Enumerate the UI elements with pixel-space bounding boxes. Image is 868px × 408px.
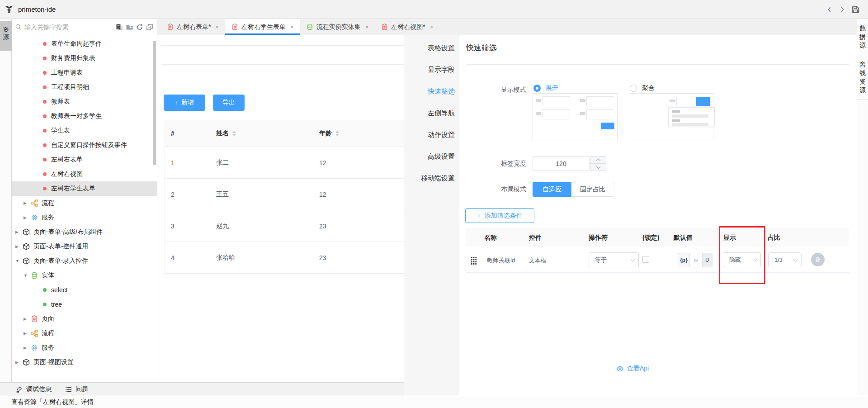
close-icon[interactable]: ×	[365, 24, 369, 30]
menu-advanced-settings[interactable]: 高级设置	[404, 146, 459, 167]
export-button[interactable]: 导出	[213, 95, 245, 111]
chevron-right-icon[interactable]: ▶	[24, 201, 30, 205]
close-icon[interactable]: ×	[215, 24, 219, 30]
document-icon	[381, 24, 388, 30]
chevron-down-icon[interactable]: ▼	[15, 259, 22, 263]
tab-left-tree-view[interactable]: 左树右视图* ×	[375, 19, 439, 35]
delete-filter-button[interactable]	[811, 253, 825, 266]
nav-forward-icon[interactable]	[839, 6, 846, 13]
tree-item[interactable]: ▶流程	[12, 196, 157, 210]
col-name[interactable]: 姓名	[210, 120, 313, 147]
resource-explorer: 表单生命周起事件 财务费用归集表 工程申请表 工程项目明细 教师表 教师表一对多…	[12, 19, 157, 382]
tree-item[interactable]: ▼实体	[12, 268, 157, 283]
new-folder-icon[interactable]	[126, 24, 133, 31]
add-row-button[interactable]: + 新增	[164, 95, 205, 111]
save-icon[interactable]	[851, 5, 860, 14]
label-width-stepper	[590, 156, 606, 171]
sort-icon[interactable]	[232, 131, 236, 136]
search-input[interactable]	[24, 24, 116, 31]
table-row[interactable]: 4 张哈哈 23	[165, 242, 404, 274]
tree-item[interactable]: 工程项目明细	[12, 80, 157, 95]
tree-item[interactable]: 左树右表单	[12, 152, 157, 167]
tree-item[interactable]: 教师表	[12, 95, 157, 109]
label-width-input[interactable]	[533, 156, 590, 171]
default-suffix-button[interactable]: D	[702, 253, 712, 267]
add-filter-button[interactable]: + 添加筛选条件	[465, 208, 534, 223]
default-value-text[interactable]: te	[690, 253, 702, 267]
debug-info-button[interactable]: 调试信息	[15, 385, 52, 394]
locate-file-icon[interactable]	[116, 24, 123, 31]
operator-select[interactable]: 等于	[589, 252, 639, 267]
locked-checkbox[interactable]	[642, 256, 649, 263]
problems-button[interactable]: 问题	[65, 385, 88, 394]
tree-item[interactable]: tree	[12, 297, 157, 312]
tree-item[interactable]: 工程申请表	[12, 66, 157, 80]
close-icon[interactable]: ×	[430, 24, 434, 30]
tab-left-tree-form[interactable]: 左树右表单* ×	[160, 19, 225, 35]
view-api-link[interactable]: 查看Api	[616, 365, 649, 373]
drag-handle-icon[interactable]	[471, 256, 477, 265]
tree-item[interactable]: 财务费用归集表	[12, 51, 157, 66]
red-dot-icon	[43, 85, 47, 89]
tree-item[interactable]: ▼页面-表单-录入控件	[12, 254, 157, 268]
tree-item[interactable]: 教师表一对多学生	[12, 109, 157, 123]
radio-expand[interactable]: 展开	[533, 84, 558, 92]
tree-item[interactable]: ▶页面	[12, 312, 157, 326]
radio-off-icon[interactable]	[630, 85, 637, 92]
display-select[interactable]: 隐藏	[723, 252, 761, 267]
tree-item[interactable]: ▶页面-表单-高级/布局组件	[12, 225, 157, 239]
menu-action-settings[interactable]: 动作设置	[404, 124, 459, 146]
table-row[interactable]: 1 张二 12	[165, 147, 404, 179]
layout-adaptive-option[interactable]: 自适应	[533, 182, 571, 197]
collapse-all-icon[interactable]	[146, 24, 153, 31]
rail-tab-offline-resources[interactable]: 离线资源	[857, 55, 868, 100]
app-title: primeton-ide	[18, 5, 56, 13]
rail-tab-datasource[interactable]: 数据源	[857, 19, 868, 55]
tree-scrollbar[interactable]	[153, 41, 156, 165]
chevron-right-icon[interactable]: ▶	[15, 230, 22, 234]
radio-on-icon[interactable]	[533, 85, 541, 92]
tree-item[interactable]: ▶页面-视图设置	[12, 355, 157, 370]
menu-table-settings[interactable]: 表格设置	[404, 37, 459, 59]
left-activity-rail: 资源	[0, 19, 12, 382]
close-icon[interactable]: ×	[290, 24, 294, 30]
tree-item[interactable]: ▶流程	[12, 326, 157, 341]
table-row[interactable]: 2 王五 12	[165, 179, 404, 210]
menu-quick-filter[interactable]: 快速筛选	[404, 81, 459, 102]
tab-left-tree-student-form[interactable]: 左树右学生表单 ×	[225, 19, 300, 35]
nav-back-icon[interactable]	[826, 6, 833, 13]
ratio-select[interactable]: 1/3	[768, 252, 802, 267]
tree-item[interactable]: ▶服务	[12, 341, 157, 355]
chevron-down-icon[interactable]: ▼	[24, 273, 30, 278]
chevron-right-icon[interactable]: ▶	[24, 317, 30, 321]
tree-item-selected[interactable]: 左树右学生表单	[12, 181, 157, 196]
table-row[interactable]: 3 赵九 23	[165, 210, 404, 242]
chevron-right-icon[interactable]: ▶	[15, 360, 22, 365]
tree-item[interactable]: ▶页面-表单-控件通用	[12, 239, 157, 254]
menu-left-nav[interactable]: 左侧导航	[404, 102, 459, 124]
radio-aggregate[interactable]: 聚合	[630, 84, 655, 92]
chevron-right-icon[interactable]: ▶	[15, 244, 22, 249]
tree-item[interactable]: 表单生命周起事件	[12, 37, 157, 51]
step-up-icon[interactable]	[590, 157, 606, 163]
refresh-icon[interactable]	[136, 24, 143, 31]
sort-icon[interactable]	[335, 131, 339, 136]
tree-item[interactable]: select	[12, 283, 157, 297]
chevron-right-icon[interactable]: ▶	[24, 215, 30, 220]
green-dot-icon	[43, 303, 47, 306]
default-value-input[interactable]: {p} te D	[678, 253, 712, 267]
tab-process-entity-set[interactable]: 流程实例实体集 ×	[300, 19, 375, 35]
step-down-icon[interactable]	[590, 163, 606, 171]
tree-item[interactable]: ▶服务	[12, 210, 157, 225]
tree-item[interactable]: 自定义窗口操作按钮及事件	[12, 138, 157, 152]
tree-item[interactable]: 学生表	[12, 123, 157, 138]
param-prefix-button[interactable]: {p}	[678, 253, 690, 267]
menu-mobile-settings[interactable]: 移动端设置	[404, 167, 459, 189]
tree-item[interactable]: 左树右视图	[12, 167, 157, 181]
rail-tab-resources[interactable]: 资源	[0, 21, 12, 51]
chevron-right-icon[interactable]: ▶	[24, 331, 30, 336]
layout-fixed-option[interactable]: 固定占比	[571, 182, 614, 197]
col-age[interactable]: 年龄	[313, 120, 404, 147]
menu-display-fields[interactable]: 显示字段	[404, 59, 459, 81]
chevron-right-icon[interactable]: ▶	[24, 346, 30, 350]
